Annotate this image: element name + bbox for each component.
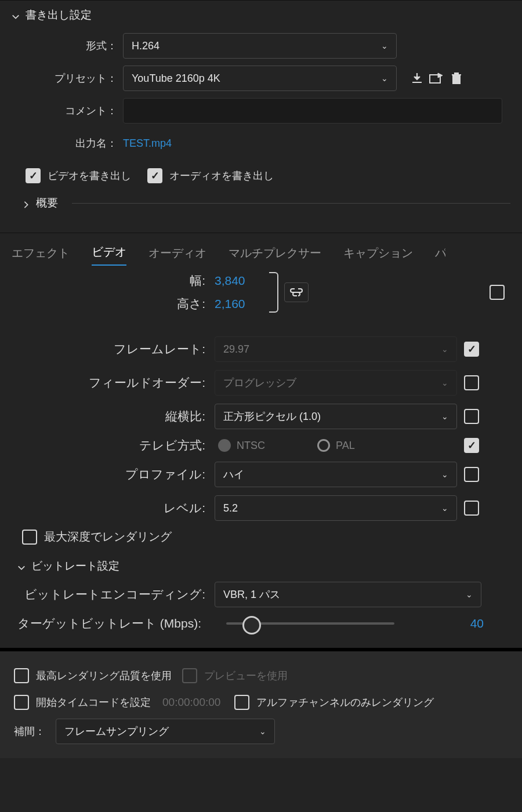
aspect-value: 正方形ピクセル (1.0) [223, 409, 321, 423]
format-value: H.264 [132, 40, 160, 52]
max-depth-checkbox[interactable]: 最大深度でレンダリング [22, 529, 172, 545]
format-label: 形式： [12, 39, 123, 53]
framerate-dropdown: 29.97 ⌄ [215, 336, 457, 362]
level-match-source-checkbox[interactable] [464, 501, 479, 516]
output-name-link[interactable]: TEST.mp4 [123, 137, 172, 150]
bitrate-title: ビットレート設定 [31, 559, 119, 574]
dimensions-match-source-checkbox[interactable] [490, 285, 505, 300]
use-preview-label: プレビューを使用 [204, 669, 288, 683]
aspect-match-source-checkbox[interactable] [464, 409, 479, 424]
aspect-dropdown[interactable]: 正方形ピクセル (1.0) ⌄ [215, 404, 457, 429]
preset-dropdown[interactable]: YouTube 2160p 4K ⌄ [123, 66, 397, 91]
max-render-quality-checkbox[interactable]: 最高レンダリング品質を使用 [14, 668, 172, 683]
interpolation-value: フレームサンプリング [64, 724, 169, 738]
alpha-only-checkbox[interactable]: アルファチャンネルのみレンダリング [234, 695, 434, 710]
interpolation-label: 補間： [14, 724, 45, 738]
alpha-only-label: アルファチャンネルのみレンダリング [256, 695, 434, 709]
set-start-timecode-checkbox[interactable]: 開始タイムコードを設定 [14, 695, 151, 710]
fieldorder-dropdown: プログレッシブ ⌄ [215, 370, 457, 396]
framerate-match-source-checkbox[interactable] [464, 342, 479, 357]
preset-label: プリセット： [12, 71, 123, 85]
max-render-quality-label: 最高レンダリング品質を使用 [36, 669, 172, 683]
use-preview-checkbox: プレビューを使用 [182, 668, 288, 683]
chevron-down-icon: ⌄ [441, 470, 448, 479]
chevron-down-icon: ⌄ [466, 590, 473, 599]
profile-dropdown[interactable]: ハイ ⌄ [215, 462, 457, 487]
chevron-down-icon: ⌄ [381, 74, 388, 83]
summary-label: 概要 [36, 195, 58, 211]
level-label: レベル: [17, 500, 215, 516]
tv-match-source-checkbox[interactable] [464, 438, 479, 453]
chevron-right-icon [22, 199, 30, 207]
height-value[interactable]: 2,160 [215, 297, 245, 311]
tab-video[interactable]: ビデオ [92, 244, 126, 266]
summary-header[interactable]: 概要 [22, 195, 510, 211]
tab-audio[interactable]: オーディオ [148, 245, 206, 266]
target-bitrate-slider[interactable] [226, 622, 394, 625]
export-video-checkbox[interactable]: ビデオを書き出し [26, 168, 131, 183]
preset-value: YouTube 2160p 4K [132, 72, 220, 85]
output-name-label: 出力名： [12, 136, 123, 150]
chevron-down-icon: ⌄ [259, 727, 266, 736]
level-dropdown[interactable]: 5.2 ⌄ [215, 495, 457, 521]
chevron-down-icon: ⌄ [441, 378, 448, 387]
fieldorder-match-source-checkbox[interactable] [464, 375, 479, 390]
height-label: 高さ: [17, 296, 215, 312]
tv-label: テレビ方式: [17, 437, 215, 454]
link-dimensions-icon[interactable] [284, 282, 309, 302]
aspect-label: 縦横比: [17, 408, 215, 425]
level-value: 5.2 [223, 502, 238, 514]
trash-icon[interactable] [447, 68, 466, 88]
chevron-down-icon [12, 11, 20, 19]
profile-value: ハイ [223, 467, 244, 481]
bitrate-encoding-label: ビットレートエンコーディング: [17, 586, 215, 603]
tab-effects[interactable]: エフェクト [12, 245, 70, 266]
target-bitrate-label: ターゲットビットレート (Mbps): [17, 615, 215, 632]
tab-caption[interactable]: キャプション [343, 245, 413, 266]
chevron-down-icon: ⌄ [441, 412, 448, 421]
export-settings-title: 書き出し設定 [26, 8, 92, 23]
export-settings-header[interactable]: 書き出し設定 [12, 8, 510, 23]
link-bracket [267, 272, 278, 313]
tab-truncated[interactable]: パ [435, 245, 445, 266]
timecode-value: 00:00:00:00 [162, 696, 220, 709]
profile-match-source-checkbox[interactable] [464, 467, 479, 482]
pal-radio: PAL [317, 439, 355, 452]
chevron-down-icon: ⌄ [441, 345, 448, 354]
ntsc-label: NTSC [237, 440, 265, 452]
chevron-down-icon [17, 562, 26, 570]
target-bitrate-value[interactable]: 40 [470, 617, 484, 630]
tab-multiplexer[interactable]: マルチプレクサー [229, 245, 321, 266]
save-preset-icon[interactable] [427, 68, 447, 88]
bitrate-header[interactable]: ビットレート設定 [17, 559, 505, 574]
framerate-label: フレームレート: [17, 341, 215, 357]
fieldorder-value: プログレッシブ [223, 376, 296, 390]
pal-label: PAL [336, 440, 355, 452]
ntsc-radio: NTSC [218, 439, 265, 452]
export-audio-checkbox[interactable]: オーディオを書き出し [147, 168, 274, 183]
import-preset-icon[interactable] [407, 68, 427, 88]
chevron-down-icon: ⌄ [441, 503, 448, 513]
comment-label: コメント： [12, 104, 123, 118]
interpolation-dropdown[interactable]: フレームサンプリング ⌄ [56, 719, 275, 744]
max-depth-label: 最大深度でレンダリング [44, 529, 172, 545]
fieldorder-label: フィールドオーダー: [17, 375, 215, 391]
divider [72, 203, 510, 204]
format-dropdown[interactable]: H.264 ⌄ [123, 33, 397, 59]
comment-input[interactable] [123, 98, 502, 124]
chevron-down-icon: ⌄ [381, 41, 388, 50]
set-start-timecode-label: 開始タイムコードを設定 [36, 695, 151, 709]
export-audio-label: オーディオを書き出し [169, 169, 274, 183]
width-value[interactable]: 3,840 [215, 274, 245, 288]
export-video-label: ビデオを書き出し [48, 169, 131, 183]
width-label: 幅: [17, 273, 215, 289]
bitrate-encoding-value: VBR, 1 パス [223, 588, 280, 601]
framerate-value: 29.97 [223, 343, 249, 356]
bitrate-encoding-dropdown[interactable]: VBR, 1 パス ⌄ [215, 582, 481, 607]
profile-label: プロファイル: [17, 466, 215, 483]
